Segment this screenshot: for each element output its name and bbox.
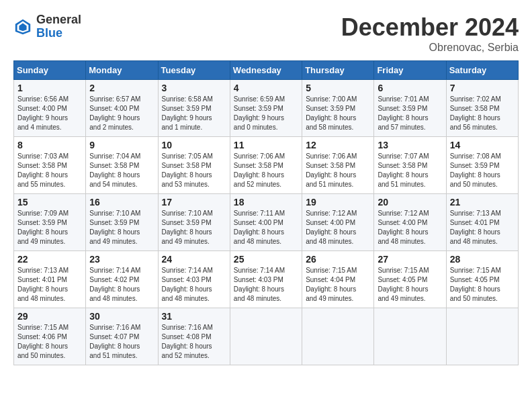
calendar-cell: 30Sunrise: 7:16 AM Sunset: 4:07 PM Dayli…: [86, 308, 158, 365]
day-detail: Sunrise: 7:06 AM Sunset: 3:58 PM Dayligh…: [234, 152, 298, 189]
day-number: 27: [378, 254, 442, 265]
day-number: 7: [450, 83, 515, 93]
day-detail: Sunrise: 7:15 AM Sunset: 4:05 PM Dayligh…: [450, 266, 515, 304]
day-detail: Sunrise: 7:15 AM Sunset: 4:05 PM Dayligh…: [378, 266, 442, 304]
day-number: 30: [89, 311, 154, 322]
day-detail: Sunrise: 7:00 AM Sunset: 3:59 PM Dayligh…: [306, 95, 370, 132]
calendar-cell: 6Sunrise: 7:01 AM Sunset: 3:59 PM Daylig…: [374, 80, 446, 137]
day-detail: Sunrise: 7:05 AM Sunset: 3:58 PM Dayligh…: [162, 152, 226, 189]
calendar-cell: 13Sunrise: 7:07 AM Sunset: 3:58 PM Dayli…: [374, 137, 446, 194]
day-number: 22: [17, 254, 82, 265]
calendar-cell: 24Sunrise: 7:14 AM Sunset: 4:03 PM Dayli…: [158, 251, 230, 308]
day-number: 18: [234, 197, 298, 208]
calendar-cell: 23Sunrise: 7:14 AM Sunset: 4:02 PM Dayli…: [86, 251, 158, 308]
day-number: 1: [17, 83, 82, 93]
page-header: General Blue December 2024 Obrenovac, Se…: [13, 13, 519, 54]
day-number: 31: [162, 311, 226, 322]
calendar-table: SundayMondayTuesdayWednesdayThursdayFrid…: [13, 60, 519, 365]
calendar-cell: 25Sunrise: 7:14 AM Sunset: 4:03 PM Dayli…: [230, 251, 302, 308]
calendar-cell: 3Sunrise: 6:58 AM Sunset: 3:59 PM Daylig…: [158, 80, 230, 137]
calendar-cell: [374, 308, 446, 365]
day-number: 25: [234, 254, 298, 265]
calendar-cell: 8Sunrise: 7:03 AM Sunset: 3:58 PM Daylig…: [14, 137, 86, 194]
day-number: 6: [378, 83, 442, 93]
calendar-cell: 15Sunrise: 7:09 AM Sunset: 3:59 PM Dayli…: [14, 194, 86, 251]
calendar-week-row: 1Sunrise: 6:56 AM Sunset: 4:00 PM Daylig…: [14, 80, 519, 137]
calendar-cell: 22Sunrise: 7:13 AM Sunset: 4:01 PM Dayli…: [14, 251, 86, 308]
month-title: December 2024: [341, 13, 519, 42]
calendar-cell: 1Sunrise: 6:56 AM Sunset: 4:00 PM Daylig…: [14, 80, 86, 137]
day-number: 13: [378, 140, 442, 150]
calendar-week-row: 8Sunrise: 7:03 AM Sunset: 3:58 PM Daylig…: [14, 137, 519, 194]
day-number: 16: [89, 197, 154, 208]
day-number: 12: [306, 140, 370, 150]
day-number: 29: [17, 311, 82, 322]
day-number: 9: [89, 140, 154, 150]
day-number: 15: [17, 197, 82, 208]
calendar-cell: [302, 308, 374, 365]
logo: General Blue: [13, 13, 81, 40]
day-number: 24: [162, 254, 226, 265]
calendar-cell: 16Sunrise: 7:10 AM Sunset: 3:59 PM Dayli…: [86, 194, 158, 251]
day-number: 28: [450, 254, 515, 265]
logo-general: General: [36, 13, 81, 27]
logo-blue: Blue: [36, 27, 81, 40]
day-detail: Sunrise: 7:13 AM Sunset: 4:01 PM Dayligh…: [450, 209, 515, 246]
day-detail: Sunrise: 7:01 AM Sunset: 3:59 PM Dayligh…: [378, 95, 442, 132]
calendar-cell: 31Sunrise: 7:16 AM Sunset: 4:08 PM Dayli…: [158, 308, 230, 365]
day-detail: Sunrise: 7:16 AM Sunset: 4:07 PM Dayligh…: [89, 323, 154, 361]
day-detail: Sunrise: 7:15 AM Sunset: 4:04 PM Dayligh…: [306, 266, 370, 304]
logo-text: General Blue: [36, 13, 81, 40]
day-number: 2: [89, 83, 154, 93]
day-detail: Sunrise: 6:59 AM Sunset: 3:59 PM Dayligh…: [234, 95, 298, 132]
logo-icon: [13, 17, 32, 36]
day-number: 19: [306, 197, 370, 208]
day-detail: Sunrise: 7:09 AM Sunset: 3:59 PM Dayligh…: [17, 209, 82, 246]
calendar-cell: 4Sunrise: 6:59 AM Sunset: 3:59 PM Daylig…: [230, 80, 302, 137]
day-number: 20: [378, 197, 442, 208]
calendar-cell: 20Sunrise: 7:12 AM Sunset: 4:00 PM Dayli…: [374, 194, 446, 251]
day-detail: Sunrise: 7:08 AM Sunset: 3:59 PM Dayligh…: [450, 152, 515, 189]
day-detail: Sunrise: 7:14 AM Sunset: 4:02 PM Dayligh…: [89, 266, 154, 304]
weekday-header-wednesday: Wednesday: [230, 61, 302, 80]
day-detail: Sunrise: 7:06 AM Sunset: 3:58 PM Dayligh…: [306, 152, 370, 189]
day-number: 4: [234, 83, 298, 93]
calendar-week-row: 15Sunrise: 7:09 AM Sunset: 3:59 PM Dayli…: [14, 194, 519, 251]
calendar-week-row: 29Sunrise: 7:15 AM Sunset: 4:06 PM Dayli…: [14, 308, 519, 365]
day-number: 8: [17, 140, 82, 150]
day-number: 10: [162, 140, 226, 150]
calendar-cell: 5Sunrise: 7:00 AM Sunset: 3:59 PM Daylig…: [302, 80, 374, 137]
day-detail: Sunrise: 7:13 AM Sunset: 4:01 PM Dayligh…: [17, 266, 82, 304]
location-subtitle: Obrenovac, Serbia: [341, 42, 519, 54]
weekday-header-sunday: Sunday: [14, 61, 86, 80]
day-detail: Sunrise: 7:12 AM Sunset: 4:00 PM Dayligh…: [306, 209, 370, 246]
day-number: 11: [234, 140, 298, 150]
title-area: December 2024 Obrenovac, Serbia: [341, 13, 519, 54]
day-detail: Sunrise: 7:16 AM Sunset: 4:08 PM Dayligh…: [162, 323, 226, 361]
day-detail: Sunrise: 7:11 AM Sunset: 4:00 PM Dayligh…: [234, 209, 298, 246]
day-number: 26: [306, 254, 370, 265]
calendar-cell: 11Sunrise: 7:06 AM Sunset: 3:58 PM Dayli…: [230, 137, 302, 194]
calendar-cell: [446, 308, 518, 365]
calendar-cell: 28Sunrise: 7:15 AM Sunset: 4:05 PM Dayli…: [446, 251, 518, 308]
day-detail: Sunrise: 7:12 AM Sunset: 4:00 PM Dayligh…: [378, 209, 442, 246]
day-detail: Sunrise: 7:04 AM Sunset: 3:58 PM Dayligh…: [89, 152, 154, 189]
day-detail: Sunrise: 6:57 AM Sunset: 4:00 PM Dayligh…: [89, 95, 154, 132]
calendar-cell: 10Sunrise: 7:05 AM Sunset: 3:58 PM Dayli…: [158, 137, 230, 194]
weekday-header-friday: Friday: [374, 61, 446, 80]
day-number: 3: [162, 83, 226, 93]
calendar-cell: 12Sunrise: 7:06 AM Sunset: 3:58 PM Dayli…: [302, 137, 374, 194]
day-detail: Sunrise: 6:56 AM Sunset: 4:00 PM Dayligh…: [17, 95, 82, 132]
calendar-cell: 9Sunrise: 7:04 AM Sunset: 3:58 PM Daylig…: [86, 137, 158, 194]
weekday-header-saturday: Saturday: [446, 61, 518, 80]
day-detail: Sunrise: 7:03 AM Sunset: 3:58 PM Dayligh…: [17, 152, 82, 189]
calendar-cell: [230, 308, 302, 365]
calendar-cell: 17Sunrise: 7:10 AM Sunset: 3:59 PM Dayli…: [158, 194, 230, 251]
day-detail: Sunrise: 6:58 AM Sunset: 3:59 PM Dayligh…: [162, 95, 226, 132]
day-number: 21: [450, 197, 515, 208]
day-number: 5: [306, 83, 370, 93]
calendar-cell: 14Sunrise: 7:08 AM Sunset: 3:59 PM Dayli…: [446, 137, 518, 194]
calendar-week-row: 22Sunrise: 7:13 AM Sunset: 4:01 PM Dayli…: [14, 251, 519, 308]
day-number: 23: [89, 254, 154, 265]
weekday-header-tuesday: Tuesday: [158, 61, 230, 80]
